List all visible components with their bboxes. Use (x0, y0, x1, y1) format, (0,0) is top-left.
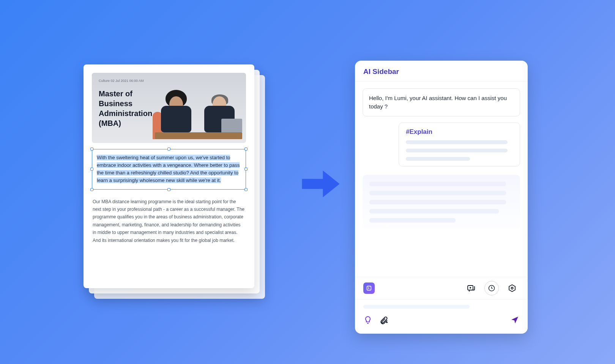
command-label: #Explain (406, 128, 513, 136)
selection-handle[interactable] (167, 188, 170, 191)
selection-handle[interactable] (90, 168, 93, 171)
attach-icon[interactable] (379, 315, 388, 326)
content-placeholder (369, 218, 456, 223)
ai-greeting-message: Hello, I'm Lumi, your AI assistant. How … (363, 88, 520, 116)
selection-handle[interactable] (90, 147, 93, 151)
document-cover: Culture 02 Jul 2021 06:00 AM Master of B… (92, 73, 246, 143)
prompt-suggestion-icon[interactable] (363, 315, 372, 326)
content-placeholder (369, 200, 506, 204)
send-icon[interactable] (510, 315, 519, 326)
selection-handle[interactable] (244, 168, 248, 171)
document-stack: Culture 02 Jul 2021 06:00 AM Master of B… (84, 64, 254, 288)
document-page-front[interactable]: Culture 02 Jul 2021 06:00 AM Master of B… (84, 64, 254, 288)
new-chat-icon[interactable] (464, 281, 478, 295)
selection-handle[interactable] (244, 188, 248, 191)
document-body-text[interactable]: Our MBA distance learning programme is t… (92, 198, 246, 244)
ai-sidebar-panel: AI Sidebar Hello, I'm Lumi, your AI assi… (355, 61, 528, 334)
sidebar-title: AI Sidebar (363, 67, 519, 76)
flow-arrow-icon (300, 163, 342, 205)
sidebar-body: Hello, I'm Lumi, your AI assistant. How … (355, 82, 528, 277)
user-command-bubble[interactable]: #Explain (399, 122, 520, 166)
sidebar-header: AI Sidebar (355, 61, 528, 82)
cover-photo (155, 84, 242, 139)
document-title: Master of Business Administration (MBA) (99, 89, 156, 128)
content-placeholder (406, 149, 508, 152)
sidebar-toolbar (355, 277, 528, 299)
ai-app-icon[interactable] (363, 282, 375, 294)
content-placeholder (369, 209, 499, 213)
selected-text-region[interactable]: With the sweltering heat of summer upon … (92, 149, 246, 190)
input-placeholder-line[interactable] (363, 305, 470, 309)
content-placeholder (369, 182, 506, 186)
history-icon[interactable] (484, 281, 499, 295)
settings-icon[interactable] (505, 281, 519, 295)
content-placeholder (406, 157, 470, 161)
selection-handle[interactable] (90, 188, 93, 191)
sidebar-input-area (355, 299, 528, 334)
selection-handle[interactable] (167, 147, 170, 151)
selected-text[interactable]: With the sweltering heat of summer upon … (97, 154, 241, 185)
content-placeholder (406, 140, 508, 144)
document-meta: Culture 02 Jul 2021 06:00 AM (99, 79, 239, 83)
content-placeholder (369, 191, 506, 195)
ai-answer-block (363, 175, 520, 229)
selection-handle[interactable] (244, 147, 248, 151)
svg-point-3 (511, 287, 513, 289)
